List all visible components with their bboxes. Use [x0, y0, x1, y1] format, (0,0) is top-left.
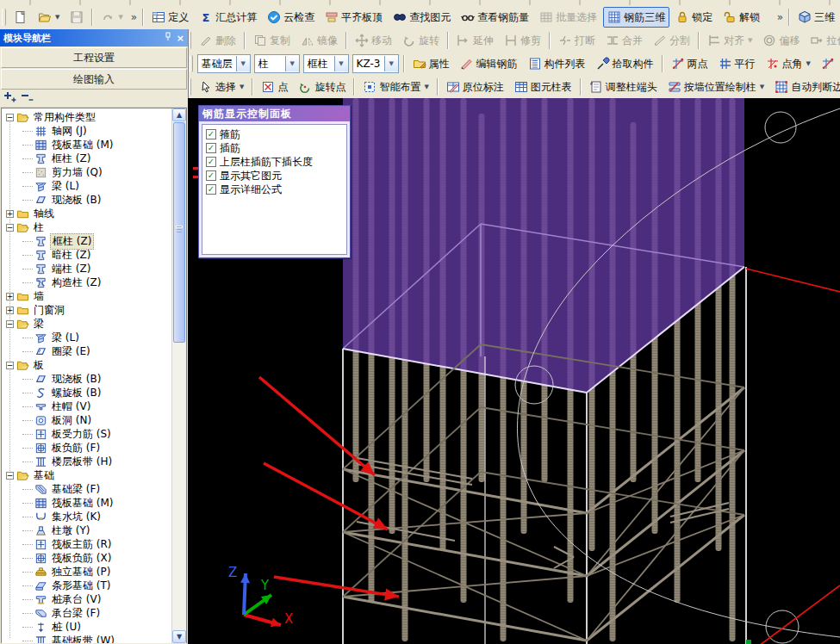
- tree-item-现浇板B[interactable]: 现浇板 (B): [2, 372, 171, 386]
- tree-item-label[interactable]: 板: [32, 358, 46, 373]
- tree-item-暗柱Z[interactable]: 暗柱 (Z): [2, 248, 171, 262]
- toolbar-grip[interactable]: [190, 78, 191, 96]
- rebar-panel-titlebar[interactable]: 钢筋显示控制面板: [199, 106, 350, 121]
- chevron-down-icon[interactable]: ▼: [760, 84, 764, 90]
- find-element-button[interactable]: 查找图元: [389, 7, 455, 28]
- expand-icon[interactable]: +: [6, 210, 14, 218]
- tree-item-label[interactable]: 端柱 (Z): [50, 262, 92, 276]
- tree-item-label[interactable]: 板负筋 (F): [50, 441, 102, 455]
- collapse-icon[interactable]: −: [6, 472, 14, 480]
- sidebar-titlebar[interactable]: 模块导航栏 ×: [0, 29, 188, 46]
- auto-detect-corner-column-button[interactable]: 自动判断边角柱: [770, 77, 840, 97]
- rebar-display-option[interactable]: ✓显示详细公式: [204, 183, 345, 196]
- rebar-display-option[interactable]: ✓上层柱插筋下插长度: [204, 155, 345, 169]
- chevron-down-icon[interactable]: ▼: [236, 56, 250, 71]
- scroll-up-icon[interactable]: ▲: [172, 108, 186, 121]
- tree-item-剪力墙Q[interactable]: 剪力墙 (Q): [2, 165, 171, 179]
- tree-item-label[interactable]: 墙: [32, 289, 46, 304]
- parallel-button[interactable]: 平行: [714, 53, 760, 74]
- toolbar-grip[interactable]: [190, 55, 193, 72]
- collapse-icon[interactable]: −: [6, 114, 14, 121]
- checkbox-checked-icon[interactable]: ✓: [206, 129, 216, 139]
- properties-button[interactable]: 属性: [408, 53, 454, 74]
- rebar-display-option[interactable]: ✓箍筋: [204, 127, 345, 141]
- tree-item-label[interactable]: 现浇板 (B): [50, 372, 103, 387]
- tree-item-label[interactable]: 剪力墙 (Q): [50, 165, 104, 180]
- tree-item-label[interactable]: 筏板主筋 (R): [50, 537, 114, 552]
- tree-item-梁L[interactable]: 梁 (L): [2, 331, 171, 344]
- close-icon[interactable]: ×: [177, 33, 184, 44]
- scroll-down-icon[interactable]: ▼: [172, 630, 186, 643]
- tree-item-label[interactable]: 常用构件类型: [32, 110, 97, 125]
- tree-item-label[interactable]: 筏板负筋 (X): [50, 551, 113, 566]
- tree-item-基础梁F[interactable]: 基础梁 (F): [2, 482, 171, 496]
- collapse-icon[interactable]: −: [6, 224, 14, 232]
- tree-item-label[interactable]: 独立基础 (P): [50, 565, 112, 579]
- tree-item-label[interactable]: 基础梁 (F): [50, 482, 102, 497]
- tree-item-label[interactable]: 轴线: [32, 207, 56, 221]
- pin-icon[interactable]: [164, 32, 172, 44]
- tree-item-承台梁F[interactable]: 承台梁 (F): [2, 606, 171, 620]
- view-3d-button[interactable]: 三维: [793, 7, 839, 28]
- tree-item-轴线[interactable]: +轴线: [2, 207, 171, 220]
- chevron-down-icon[interactable]: ▼: [240, 84, 244, 90]
- tree-item-圈梁E[interactable]: 圈梁 (E): [2, 344, 171, 358]
- open-file-button[interactable]: ▼: [34, 7, 64, 28]
- scrollbar-thumb[interactable]: [173, 122, 185, 343]
- tree-item-label[interactable]: 承台梁 (F): [50, 606, 102, 621]
- chevron-down-icon[interactable]: ▼: [424, 84, 428, 90]
- tree-item-label[interactable]: 条形基础 (T): [50, 579, 113, 593]
- draw-input-button[interactable]: 绘图输入: [1, 69, 187, 90]
- toolbar-overflow-icon[interactable]: »: [775, 11, 786, 23]
- smart-layout-button[interactable]: 智能布置▼: [358, 77, 432, 97]
- tree-item-构造柱Z[interactable]: 构造柱 (Z): [2, 276, 171, 289]
- tree-item-筏板基础M[interactable]: 筏板基础 (M): [2, 496, 171, 510]
- tree-item-梁[interactable]: −梁: [2, 317, 171, 331]
- rotate-point-button[interactable]: 旋转点: [294, 77, 350, 97]
- tree-item-label[interactable]: 框柱 (Z): [50, 152, 92, 166]
- tree-item-柱帽V[interactable]: 柱帽 (V): [2, 399, 171, 413]
- unlock-button[interactable]: 解锁: [719, 7, 764, 28]
- checkbox-checked-icon[interactable]: ✓: [206, 157, 216, 167]
- checkbox-checked-icon[interactable]: ✓: [206, 170, 216, 181]
- two-point-button[interactable]: 两点: [667, 53, 712, 74]
- define-button[interactable]: 定义: [147, 7, 193, 28]
- tree-item-螺旋板B[interactable]: 螺旋板 (B): [2, 386, 171, 399]
- tree-item-集水坑K[interactable]: 集水坑 (K): [2, 510, 171, 523]
- tree-item-label[interactable]: 筏板基础 (M): [50, 496, 115, 511]
- lock-button[interactable]: 锁定: [671, 7, 717, 28]
- tree-item-梁L[interactable]: 梁 (L): [2, 179, 171, 193]
- adjust-column-end-button[interactable]: 调整柱端头: [585, 77, 662, 97]
- chevron-down-icon[interactable]: ▼: [384, 56, 398, 71]
- tree-item-label[interactable]: 楼层板带 (H): [50, 455, 114, 469]
- chevron-down-icon[interactable]: ▼: [285, 56, 299, 71]
- tree-item-端柱Z[interactable]: 端柱 (Z): [2, 262, 171, 276]
- summary-calc-button[interactable]: Σ汇总计算: [195, 7, 261, 28]
- collapse-all-icon[interactable]: [21, 90, 34, 107]
- tree-item-板洞N[interactable]: 板洞 (N): [2, 413, 171, 427]
- chevron-down-icon[interactable]: ▼: [334, 56, 348, 71]
- rebar-3d-button[interactable]: 钢筋三维: [603, 7, 669, 28]
- checkbox-checked-icon[interactable]: ✓: [206, 143, 216, 153]
- toolbar-overflow-icon[interactable]: »: [128, 11, 140, 23]
- cloud-check-button[interactable]: 云检查: [263, 7, 319, 28]
- new-file-button[interactable]: [9, 7, 32, 28]
- tree-item-label[interactable]: 现浇板 (B): [50, 193, 103, 207]
- tree-item-label[interactable]: 轴网 (J): [50, 124, 89, 139]
- tree-item-柱墩Y[interactable]: 柱墩 (Y): [2, 523, 171, 537]
- tree-item-条形基础T[interactable]: 条形基础 (T): [2, 579, 171, 592]
- tree-item-筏板主筋R[interactable]: 筏板主筋 (R): [2, 537, 171, 551]
- toolbar-grip[interactable]: [2, 9, 6, 26]
- tree-item-墙[interactable]: +墙: [2, 289, 171, 303]
- edit-rebar-button[interactable]: 编辑钢筋: [456, 53, 522, 74]
- tree-item-label[interactable]: 集水坑 (K): [50, 510, 103, 524]
- collapse-icon[interactable]: −: [6, 320, 14, 328]
- point-button[interactable]: 点: [257, 77, 292, 97]
- category-combo[interactable]: 柱▼: [254, 54, 300, 73]
- element-combo[interactable]: KZ-3▼: [352, 54, 399, 73]
- tree-item-轴网J[interactable]: 轴网 (J): [2, 124, 171, 138]
- tree-item-label[interactable]: 梁 (L): [50, 331, 81, 345]
- tree-item-label[interactable]: 基础板带 (W): [50, 634, 116, 644]
- chevron-down-icon[interactable]: ▼: [118, 14, 122, 21]
- expand-icon[interactable]: +: [6, 293, 14, 300]
